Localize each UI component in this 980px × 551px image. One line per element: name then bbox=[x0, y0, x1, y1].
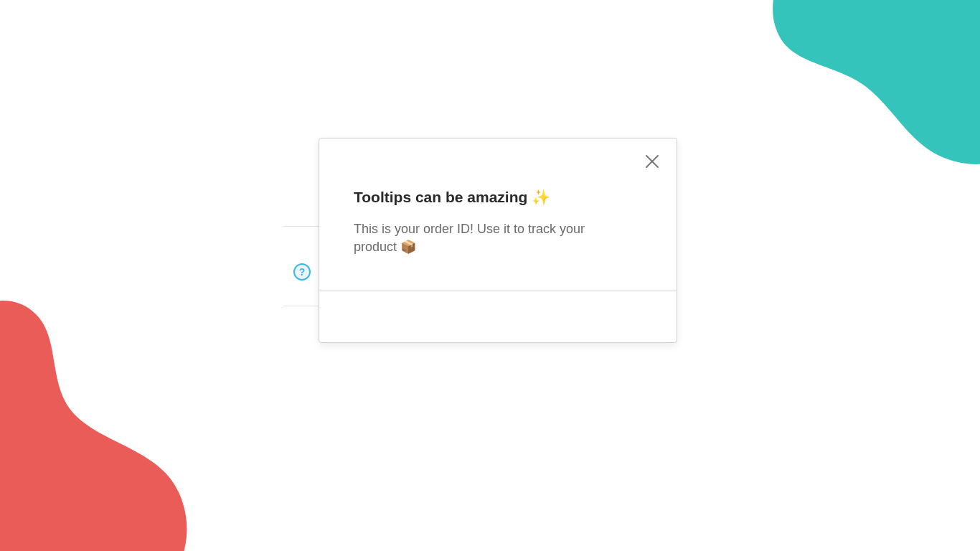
close-button[interactable] bbox=[642, 151, 662, 171]
help-icon-glyph: ? bbox=[299, 266, 306, 278]
sparkles-icon: ✨ bbox=[532, 189, 550, 206]
help-icon[interactable]: ? bbox=[293, 263, 311, 281]
tooltip-footer bbox=[319, 291, 677, 342]
tooltip-popover: Tooltips can be amazing ✨ This is your o… bbox=[319, 138, 677, 343]
tooltip-title-text: Tooltips can be amazing bbox=[354, 189, 527, 206]
tooltip-description: This is your order ID! Use it to track y… bbox=[354, 220, 626, 256]
tooltip-title: Tooltips can be amazing ✨ bbox=[354, 189, 642, 206]
tooltip-body: Tooltips can be amazing ✨ This is your o… bbox=[319, 138, 677, 291]
decor-blob-teal bbox=[722, 0, 980, 230]
close-icon bbox=[644, 153, 661, 170]
decor-blob-red bbox=[0, 271, 230, 551]
